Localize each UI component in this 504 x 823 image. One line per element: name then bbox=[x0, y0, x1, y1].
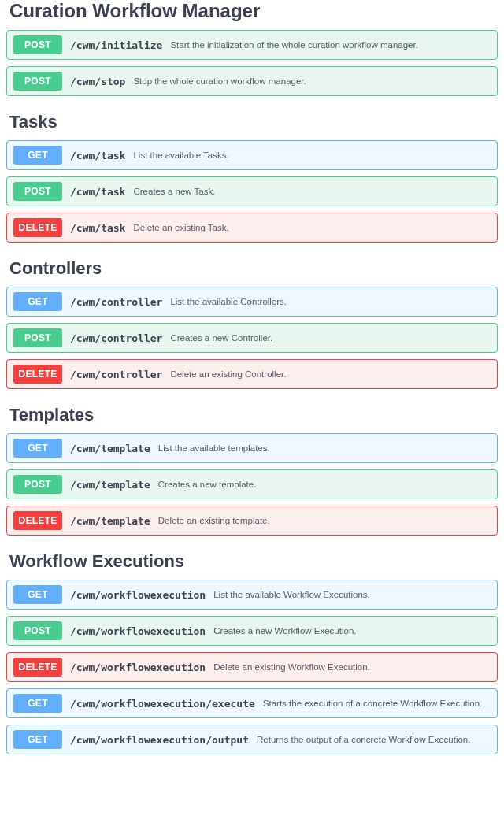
endpoint-description: Creates a new template. bbox=[158, 480, 257, 489]
method-badge: POST bbox=[13, 35, 62, 54]
endpoint-path: /cwm/workflowexecution bbox=[70, 589, 206, 601]
endpoint-description: Stop the whole curation workflow manager… bbox=[133, 76, 306, 86]
method-badge: GET bbox=[13, 439, 62, 458]
endpoint-description: Creates a new Controller. bbox=[170, 333, 272, 343]
api-doc-root: Curation Workflow ManagerPOST/cwm/initia… bbox=[6, 0, 498, 754]
section-title[interactable]: Templates bbox=[9, 405, 498, 425]
endpoint-path: /cwm/controller bbox=[70, 369, 162, 380]
endpoint-description: List the available templates. bbox=[158, 443, 270, 453]
endpoint-path: /cwm/workflowexecution/output bbox=[70, 734, 249, 746]
endpoint-description: Delete an existing Workflow Execution. bbox=[213, 662, 370, 672]
method-badge: GET bbox=[13, 694, 62, 713]
method-badge: DELETE bbox=[13, 218, 62, 237]
endpoint-path: /cwm/template bbox=[70, 515, 150, 527]
endpoint-description: Start the initialization of the whole cu… bbox=[170, 40, 418, 50]
endpoint-description: Starts the execution of a concrete Workf… bbox=[263, 699, 482, 708]
operation-row[interactable]: DELETE/cwm/taskDelete an existing Task. bbox=[6, 213, 498, 243]
endpoint-description: Creates a new Workflow Execution. bbox=[213, 626, 356, 636]
endpoint-path: /cwm/workflowexecution bbox=[70, 662, 206, 673]
method-badge: POST bbox=[13, 328, 62, 347]
endpoint-description: Delete an existing template. bbox=[158, 516, 270, 525]
endpoint-path: /cwm/task bbox=[70, 150, 125, 161]
endpoint-path: /cwm/controller bbox=[70, 332, 162, 344]
section-title[interactable]: Tasks bbox=[9, 112, 498, 132]
endpoint-path: /cwm/workflowexecution bbox=[70, 625, 206, 637]
operation-row[interactable]: GET/cwm/workflowexecution/executeStarts … bbox=[6, 688, 498, 718]
operation-row[interactable]: DELETE/cwm/workflowexecutionDelete an ex… bbox=[6, 652, 498, 682]
endpoint-path: /cwm/template bbox=[70, 479, 150, 491]
endpoint-path: /cwm/template bbox=[70, 443, 150, 454]
endpoint-description: Creates a new Task. bbox=[133, 187, 215, 196]
method-badge: GET bbox=[13, 292, 62, 311]
endpoint-path: /cwm/workflowexecution/execute bbox=[70, 698, 255, 710]
operation-row[interactable]: DELETE/cwm/controllerDelete an existing … bbox=[6, 359, 498, 389]
operation-row[interactable]: GET/cwm/taskList the available Tasks. bbox=[6, 140, 498, 170]
method-badge: POST bbox=[13, 621, 62, 640]
operation-row[interactable]: POST/cwm/templateCreates a new template. bbox=[6, 469, 498, 499]
operation-row[interactable]: POST/cwm/controllerCreates a new Control… bbox=[6, 323, 498, 353]
method-badge: POST bbox=[13, 475, 62, 494]
method-badge: POST bbox=[13, 72, 62, 91]
operation-row[interactable]: POST/cwm/workflowexecutionCreates a new … bbox=[6, 616, 498, 646]
method-badge: GET bbox=[13, 730, 62, 749]
method-badge: POST bbox=[13, 182, 62, 201]
method-badge: GET bbox=[13, 146, 62, 165]
endpoint-description: Delete an existing Task. bbox=[133, 223, 228, 232]
operation-row[interactable]: GET/cwm/workflowexecutionList the availa… bbox=[6, 580, 498, 610]
endpoint-path: /cwm/task bbox=[70, 222, 125, 234]
operation-row[interactable]: GET/cwm/workflowexecution/outputReturns … bbox=[6, 725, 498, 754]
endpoint-description: List the available Workflow Executions. bbox=[213, 590, 370, 599]
operation-row[interactable]: POST/cwm/initializeStart the initializat… bbox=[6, 30, 498, 60]
endpoint-path: /cwm/stop bbox=[70, 76, 125, 87]
operation-row[interactable]: POST/cwm/taskCreates a new Task. bbox=[6, 176, 498, 206]
endpoint-path: /cwm/task bbox=[70, 186, 125, 198]
endpoint-path: /cwm/controller bbox=[70, 296, 162, 308]
endpoint-path: /cwm/initialize bbox=[70, 39, 162, 51]
section-title[interactable]: Curation Workflow Manager bbox=[9, 0, 498, 22]
method-badge: DELETE bbox=[13, 365, 62, 384]
endpoint-description: List the available Tasks. bbox=[133, 150, 228, 160]
operation-row[interactable]: GET/cwm/templateList the available templ… bbox=[6, 433, 498, 463]
endpoint-description: Delete an existing Controller. bbox=[170, 369, 286, 379]
endpoint-description: Returns the output of a concrete Workflo… bbox=[257, 735, 470, 744]
operation-row[interactable]: DELETE/cwm/templateDelete an existing te… bbox=[6, 506, 498, 536]
operation-row[interactable]: POST/cwm/stopStop the whole curation wor… bbox=[6, 66, 498, 96]
method-badge: GET bbox=[13, 585, 62, 604]
section-title[interactable]: Workflow Executions bbox=[9, 551, 498, 572]
operation-row[interactable]: GET/cwm/controllerList the available Con… bbox=[6, 287, 498, 317]
endpoint-description: List the available Controllers. bbox=[170, 297, 287, 306]
method-badge: DELETE bbox=[13, 511, 62, 530]
section-title[interactable]: Controllers bbox=[9, 258, 498, 279]
method-badge: DELETE bbox=[13, 658, 62, 677]
